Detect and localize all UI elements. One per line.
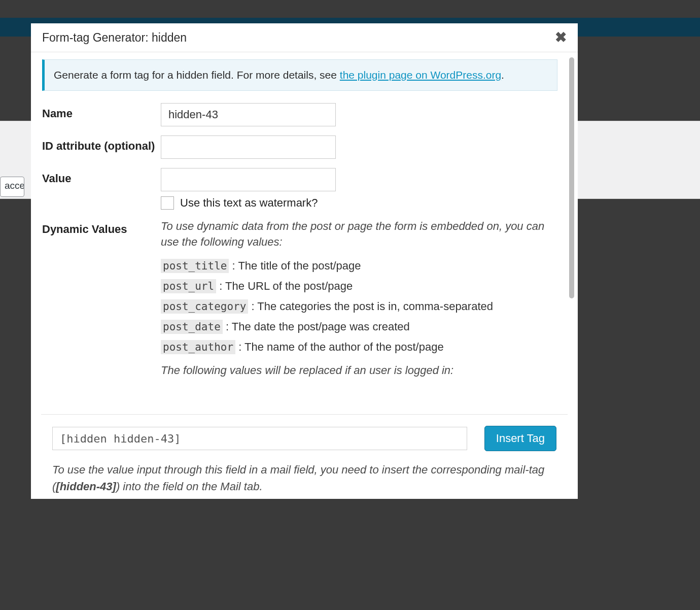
name-input[interactable] — [161, 103, 336, 126]
scrollbar[interactable] — [569, 57, 575, 384]
form-tag-generator-modal: Form-tag Generator: hidden ✖ Generate a … — [31, 23, 578, 499]
footer-note: To use the value input through this fiel… — [52, 461, 556, 495]
dynamic-code: post_title — [161, 259, 229, 273]
label-dynamic-values: Dynamic Values — [42, 219, 161, 237]
dynamic-code: post_url — [161, 279, 216, 293]
watermark-label[interactable]: Use this text as watermark? — [180, 196, 318, 210]
generated-tag-output[interactable] — [52, 427, 467, 450]
dynamic-item: post_date : The date the post/page was c… — [161, 320, 557, 333]
modal-title: Form-tag Generator: hidden — [42, 31, 187, 45]
row-id-attribute: ID attribute (optional) — [42, 135, 557, 159]
background-accept-field: acce — [0, 177, 24, 197]
footer-note-after: ) into the field on the Mail tab. — [116, 480, 263, 493]
dynamic-list: post_title : The title of the post/page … — [161, 259, 557, 354]
dynamic-desc: : The URL of the post/page — [219, 280, 353, 292]
label-id-attribute: ID attribute (optional) — [42, 135, 161, 154]
modal-header: Form-tag Generator: hidden ✖ — [31, 23, 578, 52]
row-dynamic-values: Dynamic Values To use dynamic data from … — [42, 219, 557, 377]
dynamic-desc: : The title of the post/page — [232, 259, 361, 272]
dynamic-intro: To use dynamic data from the post or pag… — [161, 219, 557, 250]
dynamic-code: post_date — [161, 320, 223, 334]
dynamic-item: post_category : The categories the post … — [161, 300, 557, 313]
dynamic-desc: : The categories the post is in, comma-s… — [252, 300, 494, 313]
dynamic-foot-note: The following values will be replaced if… — [161, 364, 557, 377]
info-notice: Generate a form tag for a hidden field. … — [42, 59, 557, 91]
id-attribute-input[interactable] — [161, 135, 336, 159]
close-icon[interactable]: ✖ — [555, 30, 567, 45]
label-name: Name — [42, 103, 161, 121]
notice-text-before: Generate a form tag for a hidden field. … — [54, 69, 340, 81]
dynamic-item: post_url : The URL of the post/page — [161, 280, 557, 293]
row-name: Name — [42, 103, 557, 126]
modal-footer: Insert Tag To use the value input throug… — [41, 414, 568, 499]
dynamic-desc: : The date the post/page was created — [226, 320, 410, 333]
insert-tag-button[interactable]: Insert Tag — [484, 426, 556, 451]
modal-body: Generate a form tag for a hidden field. … — [31, 52, 569, 382]
dynamic-desc: : The name of the author of the post/pag… — [238, 341, 443, 353]
watermark-checkbox[interactable] — [161, 196, 174, 210]
notice-text-after: . — [501, 69, 504, 81]
dynamic-item: post_author : The name of the author of … — [161, 341, 557, 354]
dynamic-code: post_author — [161, 340, 235, 354]
label-value: Value — [42, 168, 161, 186]
value-input[interactable] — [161, 168, 336, 191]
row-value: Value Use this text as watermark? — [42, 168, 557, 210]
plugin-page-link[interactable]: the plugin page on WordPress.org — [340, 69, 501, 81]
dynamic-item: post_title : The title of the post/page — [161, 259, 557, 273]
dynamic-code: post_category — [161, 299, 248, 314]
scrollbar-thumb[interactable] — [569, 57, 574, 298]
footer-note-mailtag: [hidden-43] — [56, 480, 116, 493]
